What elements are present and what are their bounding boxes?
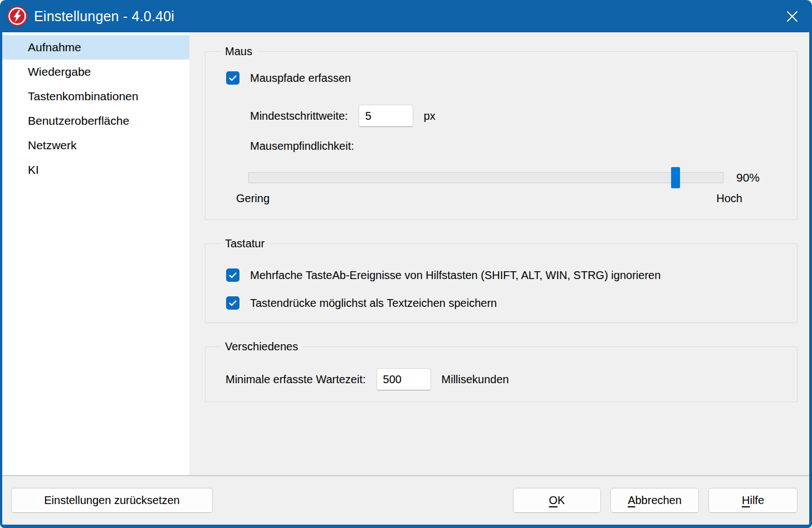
group-tastatur-legend: Tastatur (220, 236, 270, 251)
sidebar-item-netzwerk[interactable]: Netzwerk (2, 133, 189, 158)
app-lightning-icon (7, 6, 28, 27)
wait-time-unit: Millisekunden (442, 373, 509, 386)
group-maus: Maus Mauspfade erfassen Mindestschrittwe… (205, 51, 798, 220)
mousepaths-label[interactable]: Mauspfade erfassen (250, 72, 351, 85)
step-size-unit: px (424, 110, 436, 123)
sensitivity-max-label: Hoch (716, 192, 742, 205)
cancel-button[interactable]: Abbrechen (610, 488, 699, 513)
titlebar: Einstellungen - 4.0.40i (0, 0, 812, 32)
reset-settings-button[interactable]: Einstellungen zurücksetzen (11, 488, 213, 513)
settings-dialog: Einstellungen - 4.0.40i Aufnahme Wiederg… (0, 0, 812, 528)
sensitivity-min-label: Gering (236, 192, 270, 205)
mouse-sensitivity-slider[interactable] (248, 172, 723, 183)
sidebar-item-tastenkombinationen[interactable]: Tastenkombinationen (2, 84, 189, 109)
step-size-row: Mindestschrittweite: px (250, 105, 436, 127)
settings-main-panel: Maus Mauspfade erfassen Mindestschrittwe… (189, 32, 809, 475)
sidebar-item-label: Benutzeroberfläche (28, 114, 129, 128)
sidebar-item-label: KI (28, 163, 39, 177)
sidebar-item-label: Aufnahme (28, 41, 81, 54)
checkmark-icon (228, 299, 237, 307)
sidebar-item-benutzeroberflaeche[interactable]: Benutzeroberfläche (2, 109, 189, 133)
group-maus-legend: Maus (220, 44, 257, 58)
group-verschiedenes: Verschiedenes Minimale erfasste Wartezei… (205, 346, 798, 402)
close-icon (785, 9, 800, 24)
sidebar-item-label: Tastenkombinationen (28, 90, 138, 103)
checkmark-icon (228, 74, 237, 82)
ignore-keyup-checkbox[interactable] (226, 268, 239, 282)
dialog-footer: Einstellungen zurücksetzen OK Abbrechen … (2, 475, 809, 525)
sidebar-item-label: Wiedergabe (28, 65, 91, 79)
sidebar-item-ki[interactable]: KI (2, 158, 189, 182)
sensitivity-minmax-row: Gering Hoch (236, 192, 742, 205)
sidebar-item-wiedergabe[interactable]: Wiedergabe (2, 60, 189, 84)
step-size-label: Mindestschrittweite: (250, 110, 348, 123)
save-as-text-row: Tastendrücke möglichst als Textzeichen s… (226, 296, 497, 310)
window-title: Einstellungen - 4.0.40i (34, 8, 174, 25)
settings-nav-sidebar: Aufnahme Wiedergabe Tastenkombinationen … (2, 32, 189, 475)
mousepaths-checkbox[interactable] (226, 71, 239, 85)
wait-time-input[interactable] (376, 368, 431, 390)
wait-time-row: Minimale erfasste Wartezeit: Millisekund… (226, 368, 509, 390)
checkmark-icon (228, 271, 237, 280)
step-size-input[interactable] (359, 105, 413, 127)
help-button[interactable]: Hilfe (708, 488, 798, 513)
ignore-keyup-row: Mehrfache TasteAb-Ereignisse von Hilfsta… (226, 268, 661, 282)
mouse-sensitivity-thumb[interactable] (671, 167, 680, 188)
wait-time-label: Minimale erfasste Wartezeit: (226, 373, 366, 386)
sensitivity-label-row: Mausempfindlichkeit: (250, 140, 354, 153)
group-verschiedenes-legend: Verschiedenes (220, 339, 303, 354)
ok-button[interactable]: OK (513, 488, 601, 513)
sensitivity-label: Mausempfindlichkeit: (250, 140, 354, 153)
group-tastatur: Tastatur Mehrfache TasteAb-Ereignisse vo… (205, 243, 798, 323)
close-button[interactable] (780, 5, 804, 27)
sensitivity-value: 90% (736, 171, 760, 184)
ignore-keyup-label[interactable]: Mehrfache TasteAb-Ereignisse von Hilfsta… (250, 269, 661, 282)
sidebar-item-aufnahme[interactable]: Aufnahme (2, 35, 189, 60)
mousepaths-row: Mauspfade erfassen (226, 71, 351, 85)
sidebar-item-label: Netzwerk (28, 139, 77, 152)
save-as-text-checkbox[interactable] (226, 296, 239, 310)
dialog-body: Aufnahme Wiedergabe Tastenkombinationen … (2, 32, 809, 525)
save-as-text-label[interactable]: Tastendrücke möglichst als Textzeichen s… (250, 297, 497, 310)
sensitivity-slider-row: 90% (248, 166, 760, 189)
